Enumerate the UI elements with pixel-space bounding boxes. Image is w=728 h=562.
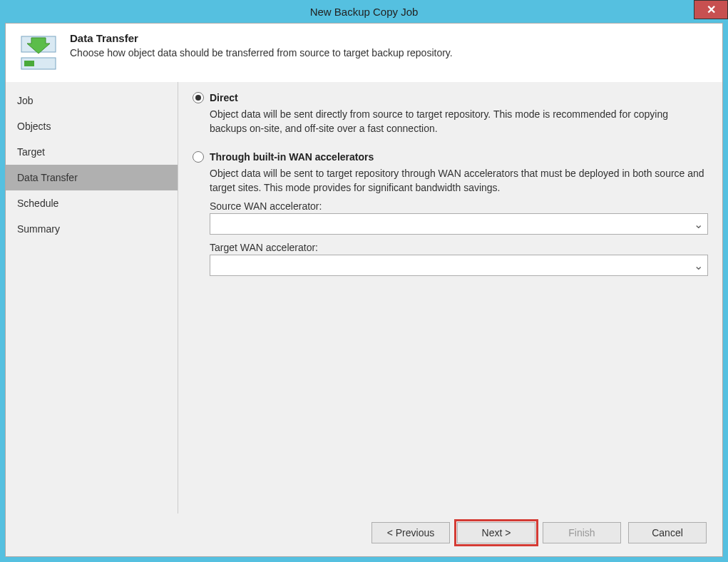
sidebar-item-data-transfer[interactable]: Data Transfer — [6, 165, 178, 190]
radio-direct[interactable]: Direct — [193, 92, 708, 103]
button-label: < Previous — [387, 527, 435, 538]
chevron-down-icon: ⌄ — [694, 218, 703, 231]
close-button[interactable]: ✕ — [694, 0, 728, 19]
option-direct: Direct Object data will be sent directly… — [193, 92, 708, 136]
wizard-header: Data Transfer Choose how object data sho… — [6, 24, 722, 82]
option-direct-description: Object data will be sent directly from s… — [193, 108, 708, 136]
button-label: Finish — [568, 527, 595, 538]
source-wan-select[interactable]: ⌄ — [210, 213, 708, 235]
sidebar-item-label: Target — [17, 146, 45, 158]
wizard-body: Job Objects Target Data Transfer Schedul… — [6, 82, 722, 514]
radio-icon — [193, 92, 204, 103]
wizard-steps: Job Objects Target Data Transfer Schedul… — [6, 82, 178, 514]
sidebar-item-label: Job — [17, 95, 34, 106]
dialog: Data Transfer Choose how object data sho… — [5, 23, 723, 557]
option-wan-description: Object data will be sent to target repos… — [193, 167, 708, 195]
wan-fields: Source WAN accelerator: ⌄ Target WAN acc… — [193, 200, 708, 276]
page-description: Choose how object data should be transfe… — [70, 47, 709, 58]
source-wan-label: Source WAN accelerator: — [210, 200, 708, 212]
button-label: Cancel — [652, 527, 683, 538]
sidebar-item-summary[interactable]: Summary — [6, 216, 178, 242]
sidebar-item-label: Data Transfer — [17, 172, 78, 183]
button-label: Next > — [482, 527, 511, 538]
window-title: New Backup Copy Job — [310, 6, 419, 18]
sidebar-item-schedule[interactable]: Schedule — [6, 190, 178, 216]
radio-wan[interactable]: Through built-in WAN accelerators — [193, 151, 708, 163]
close-icon: ✕ — [707, 3, 716, 16]
wizard-footer: < Previous Next > Finish Cancel — [6, 514, 722, 556]
target-wan-select[interactable]: ⌄ — [210, 255, 708, 276]
radio-label: Direct — [210, 92, 238, 103]
page-title: Data Transfer — [70, 32, 709, 44]
svg-rect-3 — [24, 61, 34, 66]
next-button[interactable]: Next > — [457, 522, 535, 543]
radio-label: Through built-in WAN accelerators — [210, 151, 374, 163]
sidebar-item-label: Objects — [17, 121, 51, 132]
finish-button: Finish — [543, 522, 621, 543]
radio-icon — [193, 151, 204, 163]
data-transfer-icon — [19, 32, 58, 72]
sidebar-item-label: Summary — [17, 223, 60, 235]
sidebar-item-label: Schedule — [17, 198, 58, 209]
target-wan-label: Target WAN accelerator: — [210, 242, 708, 253]
cancel-button[interactable]: Cancel — [628, 522, 707, 543]
sidebar-item-objects[interactable]: Objects — [6, 113, 178, 139]
sidebar-item-job[interactable]: Job — [6, 88, 178, 113]
previous-button[interactable]: < Previous — [371, 522, 450, 543]
chevron-down-icon: ⌄ — [694, 259, 703, 272]
titlebar: New Backup Copy Job ✕ — [0, 0, 728, 23]
sidebar-item-target[interactable]: Target — [6, 139, 178, 165]
main-content: Direct Object data will be sent directly… — [178, 82, 722, 514]
option-wan: Through built-in WAN accelerators Object… — [193, 151, 708, 276]
